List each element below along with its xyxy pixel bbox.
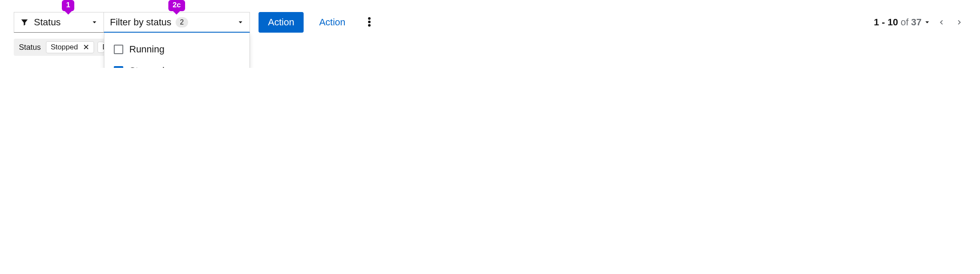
status-option[interactable]: Running	[104, 39, 250, 60]
chip-group-label: Status	[17, 43, 43, 52]
status-filter-select[interactable]: Filter by status 2	[104, 12, 250, 33]
chip-group-status: Status Stopped ✕ D	[14, 39, 108, 56]
filter-icon	[20, 18, 29, 27]
annotation-callout-2c-label: 2c	[173, 1, 181, 9]
annotation-callout-1-label: 1	[66, 1, 70, 9]
checkbox[interactable]	[114, 45, 123, 54]
pagination: 1 - 10 of 37	[874, 14, 966, 30]
kebab-menu-button[interactable]	[359, 12, 380, 33]
chip-stopped: Stopped ✕	[46, 41, 94, 53]
kebab-icon	[368, 17, 371, 28]
pagination-prev-button[interactable]	[934, 14, 948, 30]
annotation-callout-1: 1	[62, 0, 74, 11]
attribute-select[interactable]: Status	[14, 12, 104, 33]
pagination-end: 10	[888, 17, 898, 27]
pagination-of: of	[901, 17, 908, 28]
svg-point-1	[368, 21, 371, 23]
chevron-right-icon	[956, 18, 963, 27]
pagination-next-button[interactable]	[953, 14, 966, 30]
attribute-select-label: Status	[34, 17, 86, 28]
checkbox[interactable]	[114, 66, 123, 68]
caret-down-icon	[91, 19, 97, 25]
annotation-callout-2c: 2c	[168, 0, 185, 11]
status-filter-label: Filter by status	[110, 17, 171, 28]
pagination-start: 1	[874, 17, 879, 27]
close-icon: ✕	[83, 43, 89, 52]
svg-point-2	[368, 24, 371, 27]
status-option-label: Stopped	[129, 65, 164, 68]
primary-action-button[interactable]: Action	[259, 12, 304, 33]
pagination-total: 37	[911, 17, 922, 27]
chip-down: D	[97, 42, 104, 53]
caret-down-icon	[237, 19, 243, 25]
pagination-range-toggle[interactable]: 1 - 10 of 37	[874, 17, 930, 28]
status-filter-dropdown: RunningStoppedDownDegradedNeeds maintena…	[104, 33, 250, 68]
status-option[interactable]: Stopped	[104, 60, 250, 68]
chevron-left-icon	[938, 18, 945, 27]
toolbar: 1 2c Status Filter by status 2 RunningSt…	[14, 12, 966, 33]
status-filter-count-badge: 2	[176, 17, 188, 27]
secondary-action-button[interactable]: Action	[310, 12, 355, 33]
chip-label: Stopped	[51, 43, 78, 52]
status-option-label: Running	[129, 44, 164, 55]
status-filter-wrap: Filter by status 2 RunningStoppedDownDeg…	[104, 12, 250, 33]
caret-down-icon	[924, 19, 930, 25]
svg-point-0	[368, 17, 371, 20]
chip-remove-button[interactable]: ✕	[80, 43, 92, 52]
